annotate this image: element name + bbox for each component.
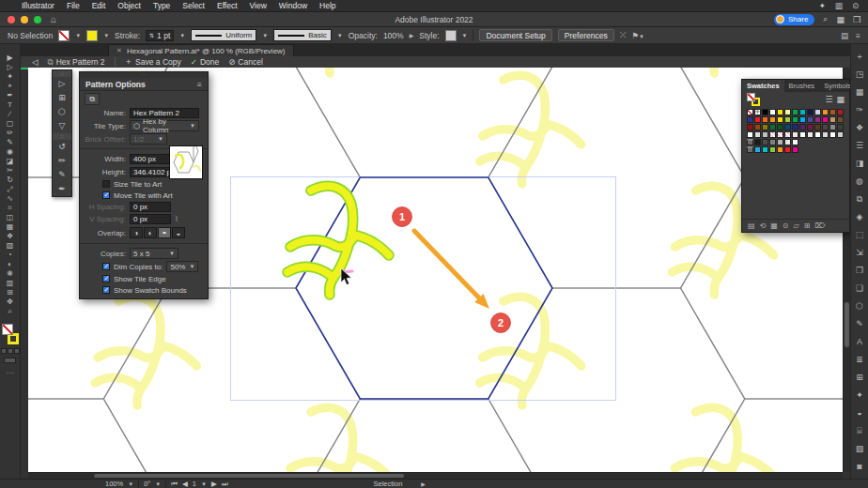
color-swatch[interactable]: ✛ xyxy=(754,109,761,115)
gradient-mode-button[interactable] xyxy=(8,348,13,354)
first-artboard-icon[interactable]: ⏮ xyxy=(171,480,178,488)
rotate-tool[interactable]: ↺ xyxy=(53,140,71,154)
status-menu-icon[interactable]: ▶ xyxy=(421,480,426,487)
fill-color-swatch[interactable] xyxy=(58,30,70,41)
eyedropper-tool[interactable]: ◔ xyxy=(2,251,19,260)
color-swatch[interactable] xyxy=(837,109,844,115)
overlap-right-in-front[interactable]: ◐ xyxy=(144,227,157,238)
menu-extra-icon-2[interactable]: ▥ xyxy=(835,1,843,10)
color-swatch[interactable] xyxy=(792,124,798,130)
copies-select[interactable]: 5 x 5▼ xyxy=(130,248,178,259)
swatches-panel-icon[interactable]: ▦ xyxy=(852,84,868,101)
vertical-scrollbar-thumb[interactable] xyxy=(845,302,849,347)
paintbrush-tool[interactable]: ✏ xyxy=(2,129,19,138)
column-graph-tool[interactable]: ▥ xyxy=(2,279,19,288)
color-swatch[interactable] xyxy=(792,131,798,138)
width-tool[interactable]: ∿ xyxy=(2,194,19,204)
color-swatch[interactable] xyxy=(814,109,821,115)
gradient-panel-icon[interactable]: ◨ xyxy=(852,155,868,173)
drag-handle[interactable]: ∷ xyxy=(53,133,71,140)
chevron-down-icon[interactable]: ▼ xyxy=(201,481,207,487)
layers-panel-icon[interactable]: ⬚ xyxy=(852,226,868,244)
color-swatch[interactable] xyxy=(799,109,806,115)
overlap-top-in-front[interactable]: ◓ xyxy=(158,227,171,238)
menu-item-view[interactable]: View xyxy=(250,1,267,10)
color-swatch[interactable] xyxy=(807,116,814,123)
direct-selection-tool[interactable]: ▷ xyxy=(2,63,19,72)
horizontal-scrollbar-thumb[interactable] xyxy=(94,474,404,478)
scale-tool[interactable]: ⤢ xyxy=(2,185,19,194)
chevron-down-icon[interactable]: ▼ xyxy=(262,33,268,38)
close-window-button[interactable] xyxy=(8,16,15,23)
color-swatch[interactable] xyxy=(829,116,836,123)
new-swatch-icon[interactable]: ⊞ xyxy=(804,221,811,230)
artboard-tool[interactable]: ⊞ xyxy=(53,91,71,105)
color-swatch[interactable] xyxy=(822,109,829,115)
dim-copies-checkbox[interactable] xyxy=(102,263,110,270)
overlap-bottom-in-front[interactable]: ◒ xyxy=(172,227,185,238)
effects-panel-icon[interactable]: ✦ xyxy=(852,387,868,404)
color-swatch[interactable] xyxy=(747,139,753,145)
color-swatch[interactable] xyxy=(792,109,798,115)
color-swatch[interactable] xyxy=(777,146,783,153)
color-swatch[interactable] xyxy=(777,131,783,138)
color-swatch[interactable] xyxy=(747,109,753,115)
color-swatch[interactable] xyxy=(829,109,836,115)
color-swatch[interactable] xyxy=(807,131,814,138)
opacity-value[interactable]: 100% xyxy=(383,31,404,40)
chevron-down-icon[interactable]: ▼ xyxy=(103,33,109,38)
color-swatch[interactable] xyxy=(784,146,791,153)
menu-item-window[interactable]: Window xyxy=(279,1,307,10)
pencil-tool[interactable]: ✎ xyxy=(2,138,19,147)
color-themes-icon[interactable]: ⟲ xyxy=(760,221,767,230)
pattern-tile-tool-button[interactable]: ⧉ xyxy=(85,93,100,105)
horizontal-scrollbar[interactable] xyxy=(28,472,843,479)
rectangle-tool[interactable]: ▢ xyxy=(2,119,19,129)
stroke-weight-stepper[interactable]: ⇅1 pt xyxy=(146,30,174,41)
color-swatch[interactable] xyxy=(769,116,776,123)
fill-proxy[interactable] xyxy=(2,324,13,335)
free-transform-tool[interactable]: ⌗ xyxy=(2,204,19,213)
align-panel-icon[interactable]: ⊞ xyxy=(852,369,868,387)
color-swatch[interactable] xyxy=(747,116,753,123)
color-swatch[interactable] xyxy=(807,109,814,115)
scissors-tool[interactable]: ✂ xyxy=(2,166,19,175)
menu-item-effect[interactable]: Effect xyxy=(217,1,238,10)
history-panel-icon[interactable]: ◙ xyxy=(852,458,868,476)
lasso-tool[interactable]: ⌖ xyxy=(2,82,19,91)
paragraph-panel-icon[interactable]: ≣ xyxy=(852,351,868,369)
move-tile-with-art-checkbox[interactable] xyxy=(102,191,110,199)
grid-view-icon[interactable]: ▦ xyxy=(836,95,845,104)
overlap-left-in-front[interactable]: ◑ xyxy=(130,227,143,238)
eraser-tool[interactable]: ◪ xyxy=(2,157,19,166)
color-swatch[interactable] xyxy=(814,124,821,130)
color-swatch[interactable] xyxy=(754,146,761,153)
color-swatch[interactable] xyxy=(829,124,836,130)
color-swatch[interactable] xyxy=(754,131,761,138)
comments-panel-icon[interactable]: ❏ xyxy=(852,280,868,297)
color-swatch[interactable] xyxy=(762,139,768,145)
plus-icon[interactable]: ＋ xyxy=(852,48,868,66)
share-button[interactable]: Share xyxy=(774,14,814,25)
tab-swatches[interactable]: Swatches xyxy=(742,80,784,92)
magic-wand-tool[interactable]: ✦ xyxy=(2,72,19,82)
hand-tool[interactable]: ✥ xyxy=(2,297,19,307)
artboard-tool[interactable]: ⊞ xyxy=(2,288,19,297)
properties-panel-icon[interactable]: ✎ xyxy=(852,315,868,333)
color-panel-icon[interactable]: ◒ xyxy=(852,404,868,422)
tab-brushes[interactable]: Brushes xyxy=(784,80,820,92)
brush-definition-select[interactable]: Basic xyxy=(273,29,332,41)
chevron-down-icon[interactable]: ▼ xyxy=(462,33,468,38)
color-swatch[interactable] xyxy=(747,124,753,130)
color-swatch[interactable] xyxy=(762,116,768,123)
panel-menu-icon[interactable]: ≡ xyxy=(197,80,202,89)
color-swatch[interactable] xyxy=(822,116,829,123)
home-icon[interactable]: ⌂ xyxy=(51,14,56,24)
color-swatch[interactable] xyxy=(822,124,829,130)
color-swatch[interactable] xyxy=(784,116,791,123)
swatch-options-icon[interactable]: ⊙ xyxy=(783,221,789,230)
done-button[interactable]: ✓Done xyxy=(191,57,219,67)
color-swatch[interactable] xyxy=(769,131,776,138)
selection-tool[interactable]: ▶ xyxy=(2,53,19,63)
brushes-panel-icon[interactable]: ✑ xyxy=(852,101,868,119)
